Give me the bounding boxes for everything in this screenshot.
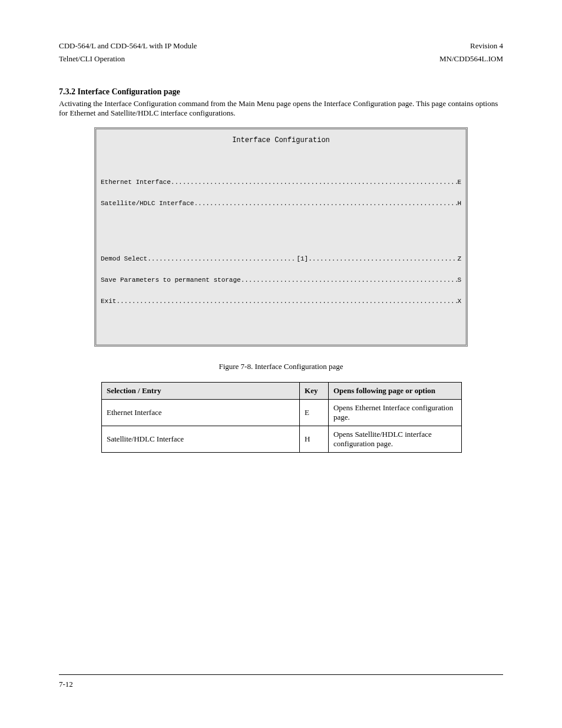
- console-body: Ethernet Interface E Satellite/HDLC Inte…: [101, 150, 461, 339]
- menu-dots: [147, 255, 296, 262]
- table-header-opens: Opens following page or option: [328, 383, 461, 400]
- table-header-row: Selection / Entry Key Opens following pa…: [102, 383, 462, 400]
- menu-key: E: [457, 179, 461, 186]
- page-number: 7-12: [59, 680, 73, 689]
- table-cell-selection: Satellite/HDLC Interface: [102, 426, 300, 453]
- menu-dots: [308, 255, 457, 262]
- header-right-top: Revision 4: [470, 41, 503, 51]
- section-body: Activating the Interface Configuration c…: [59, 99, 503, 118]
- page: CDD-564/L and CDD-564/L with IP Module R…: [0, 0, 562, 728]
- console-title: Interface Configuration: [101, 136, 461, 144]
- key-table: Selection / Entry Key Opens following pa…: [101, 382, 462, 453]
- console-screenshot: Interface Configuration Ethernet Interfa…: [94, 127, 468, 347]
- table-header-key: Key: [300, 383, 329, 400]
- menu-dots: [171, 179, 458, 185]
- header-left-top: CDD-564/L and CDD-564/L with IP Module: [59, 41, 197, 51]
- menu-key: H: [457, 200, 461, 207]
- table-row: Ethernet Interface E Opens Ethernet Inte…: [102, 400, 462, 426]
- menu-item-satellite-hdlc[interactable]: Satellite/HDLC Interface H: [101, 200, 461, 207]
- menu-label: Satellite/HDLC Interface: [101, 200, 194, 207]
- figure-caption: Figure 7-8. Interface Configuration page: [59, 362, 503, 371]
- menu-item-demod-select[interactable]: Demod Select [1] Z: [101, 255, 461, 262]
- header-left-sub: Telnet/CLI Operation: [59, 54, 125, 64]
- menu-key: S: [457, 276, 461, 284]
- menu-item-ethernet[interactable]: Ethernet Interface E: [101, 179, 461, 186]
- footer-rule: [59, 674, 503, 675]
- running-subheader: Telnet/CLI Operation MN/CDD564L.IOM: [59, 54, 503, 64]
- console-block-1: Ethernet Interface E Satellite/HDLC Inte…: [101, 164, 461, 221]
- table-cell-opens: Opens Satellite/HDLC interface configura…: [328, 426, 461, 453]
- table-cell-opens: Opens Ethernet Interface configuration p…: [328, 400, 461, 426]
- menu-label: Exit: [101, 298, 116, 305]
- menu-label: Ethernet Interface: [101, 179, 171, 186]
- menu-key: Z: [457, 255, 461, 262]
- menu-item-save-parameters[interactable]: Save Parameters to permanent storage S: [101, 276, 461, 284]
- section-heading: 7.3.2 Interface Configuration page: [59, 87, 503, 97]
- menu-value: [1]: [296, 255, 308, 262]
- table-cell-key: H: [300, 426, 329, 453]
- table-cell-selection: Ethernet Interface: [102, 400, 300, 426]
- menu-dots: [116, 298, 457, 304]
- table-row: Satellite/HDLC Interface H Opens Satelli…: [102, 426, 462, 453]
- header-right-sub: MN/CDD564L.IOM: [439, 54, 503, 64]
- table-header-selection: Selection / Entry: [102, 383, 300, 400]
- menu-dots: [194, 200, 457, 206]
- menu-key: X: [457, 298, 461, 305]
- menu-item-exit[interactable]: Exit X: [101, 298, 461, 305]
- page-footer: 7-12: [59, 680, 503, 689]
- table-cell-key: E: [300, 400, 329, 426]
- menu-label: Save Parameters to permanent storage: [101, 276, 241, 284]
- running-header: CDD-564/L and CDD-564/L with IP Module R…: [59, 41, 503, 51]
- menu-label: Demod Select: [101, 255, 147, 262]
- menu-dots: [241, 276, 458, 283]
- console-block-2: Demod Select [1] Z Save Parameters to pe…: [101, 241, 461, 319]
